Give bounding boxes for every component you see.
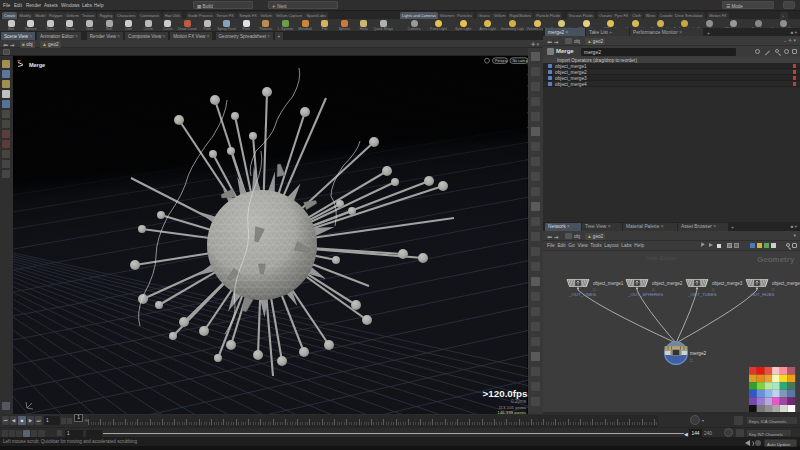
svg-text:object_merge2: object_merge2 <box>652 281 683 286</box>
svg-text:Indie Edition: Indie Edition <box>646 255 676 261</box>
svg-text:0.20ms: 0.20ms <box>511 399 527 404</box>
svg-text:_OUT_SPHERES: _OUT_SPHERES <box>627 292 663 297</box>
svg-text:No cam ▸: No cam ▸ <box>513 59 528 63</box>
svg-text:_OUT_LINES: _OUT_LINES <box>568 292 596 297</box>
svg-text:Merge: Merge <box>29 62 45 68</box>
svg-text:object_merge4: object_merge4 <box>772 281 800 286</box>
svg-text:_OUT_TUBES: _OUT_TUBES <box>687 292 717 297</box>
svg-text:Persp ▸: Persp ▸ <box>495 59 507 63</box>
svg-text:object_merge1: object_merge1 <box>593 281 624 286</box>
svg-text:_OUT_HUBS: _OUT_HUBS <box>747 292 774 297</box>
svg-text:object_merge3: object_merge3 <box>712 281 743 286</box>
svg-text:Geometry: Geometry <box>757 255 795 264</box>
svg-text:□: □ <box>690 358 693 363</box>
svg-text:>120.0fps: >120.0fps <box>483 388 528 399</box>
svg-text:merge2: merge2 <box>690 351 707 356</box>
